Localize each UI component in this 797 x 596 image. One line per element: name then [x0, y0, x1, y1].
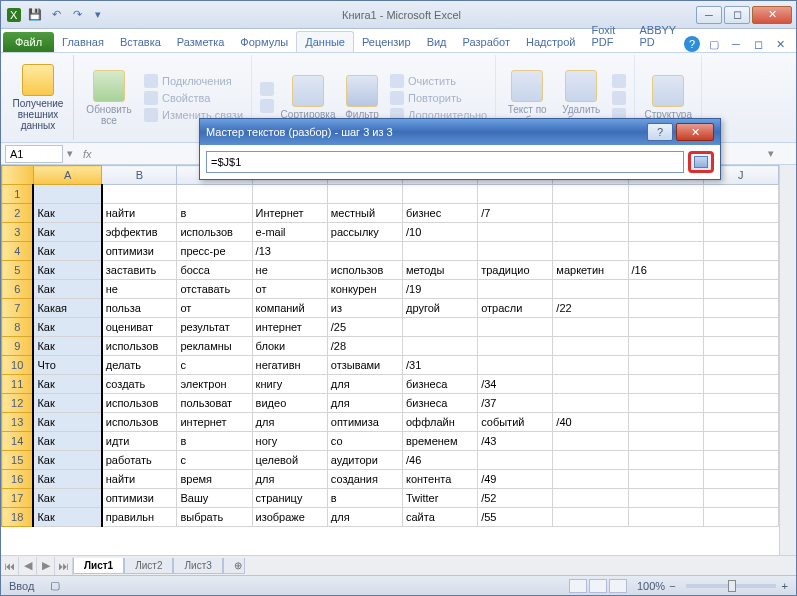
- cell-G1[interactable]: [478, 185, 553, 204]
- cell-J13[interactable]: [703, 413, 778, 432]
- cell-A9[interactable]: Как: [33, 337, 101, 356]
- cell-A8[interactable]: Как: [33, 318, 101, 337]
- cell-G18[interactable]: /55: [478, 508, 553, 527]
- properties-button[interactable]: Свойства: [142, 90, 245, 106]
- sheet-next-icon[interactable]: ▶: [37, 557, 55, 575]
- view-pagebreak-button[interactable]: [609, 579, 627, 593]
- cell-D17[interactable]: страницу: [252, 489, 327, 508]
- cell-G13[interactable]: событий: [478, 413, 553, 432]
- sheet-tab-3[interactable]: Лист3: [173, 558, 222, 574]
- sort-desc-button[interactable]: [258, 98, 276, 114]
- doc-restore-icon[interactable]: ◻: [750, 36, 766, 52]
- cell-I13[interactable]: [628, 413, 703, 432]
- cell-J4[interactable]: [703, 242, 778, 261]
- view-layout-button[interactable]: [589, 579, 607, 593]
- cell-C3[interactable]: использов: [177, 223, 252, 242]
- cell-B3[interactable]: эффектив: [102, 223, 177, 242]
- new-sheet-button[interactable]: ⊕: [223, 558, 245, 574]
- cell-F12[interactable]: бизнеса: [402, 394, 477, 413]
- cell-C6[interactable]: отставать: [177, 280, 252, 299]
- zoom-in-button[interactable]: +: [782, 580, 788, 592]
- namebox-dropdown-icon[interactable]: ▾: [63, 147, 77, 160]
- cell-A18[interactable]: Как: [33, 508, 101, 527]
- cell-F7[interactable]: другой: [402, 299, 477, 318]
- dialog-titlebar[interactable]: Мастер текстов (разбор) - шаг 3 из 3 ? ✕: [200, 119, 720, 145]
- filter-button[interactable]: Фильтр: [340, 71, 384, 124]
- tab-dev[interactable]: Разработ: [455, 32, 518, 52]
- cell-I15[interactable]: [628, 451, 703, 470]
- sheet-tab-2[interactable]: Лист2: [124, 558, 173, 574]
- sheet-prev-icon[interactable]: ◀: [19, 557, 37, 575]
- row-header-6[interactable]: 6: [2, 280, 34, 299]
- cell-I7[interactable]: [628, 299, 703, 318]
- cell-D4[interactable]: /13: [252, 242, 327, 261]
- cell-G15[interactable]: [478, 451, 553, 470]
- cell-E17[interactable]: в: [327, 489, 402, 508]
- cell-H10[interactable]: [553, 356, 628, 375]
- cell-G16[interactable]: /49: [478, 470, 553, 489]
- zoom-thumb[interactable]: [728, 580, 736, 592]
- cell-A5[interactable]: Как: [33, 261, 101, 280]
- cell-I17[interactable]: [628, 489, 703, 508]
- cell-E6[interactable]: конкурен: [327, 280, 402, 299]
- cell-F6[interactable]: /19: [402, 280, 477, 299]
- cell-A7[interactable]: Какая: [33, 299, 101, 318]
- row-header-10[interactable]: 10: [2, 356, 34, 375]
- cell-E9[interactable]: /28: [327, 337, 402, 356]
- spreadsheet-grid[interactable]: ABCDEFGHIJ12КакнайтивИнтернетместныйбизн…: [1, 165, 779, 555]
- cell-D14[interactable]: ногу: [252, 432, 327, 451]
- cell-E5[interactable]: использов: [327, 261, 402, 280]
- cell-E2[interactable]: местный: [327, 204, 402, 223]
- cell-A2[interactable]: Как: [33, 204, 101, 223]
- cell-A17[interactable]: Как: [33, 489, 101, 508]
- ribbon-min-icon[interactable]: ▢: [706, 36, 722, 52]
- cell-G8[interactable]: [478, 318, 553, 337]
- cell-D5[interactable]: не: [252, 261, 327, 280]
- column-header-B[interactable]: B: [102, 166, 177, 185]
- cell-H18[interactable]: [553, 508, 628, 527]
- cell-D6[interactable]: от: [252, 280, 327, 299]
- cell-A1[interactable]: [33, 185, 101, 204]
- cell-G3[interactable]: [478, 223, 553, 242]
- cell-A4[interactable]: Как: [33, 242, 101, 261]
- cell-B16[interactable]: найти: [102, 470, 177, 489]
- cell-E1[interactable]: [327, 185, 402, 204]
- cell-E11[interactable]: для: [327, 375, 402, 394]
- row-header-17[interactable]: 17: [2, 489, 34, 508]
- cell-E15[interactable]: аудитори: [327, 451, 402, 470]
- row-header-12[interactable]: 12: [2, 394, 34, 413]
- cell-D7[interactable]: компаний: [252, 299, 327, 318]
- cell-F1[interactable]: [402, 185, 477, 204]
- cell-F16[interactable]: контента: [402, 470, 477, 489]
- cell-J12[interactable]: [703, 394, 778, 413]
- cell-J8[interactable]: [703, 318, 778, 337]
- cell-I9[interactable]: [628, 337, 703, 356]
- dialog-collapse-button[interactable]: [688, 151, 714, 173]
- tab-layout[interactable]: Разметка: [169, 32, 233, 52]
- select-all-cell[interactable]: [2, 166, 34, 185]
- cell-B11[interactable]: создать: [102, 375, 177, 394]
- cell-H1[interactable]: [553, 185, 628, 204]
- cell-J18[interactable]: [703, 508, 778, 527]
- cell-I8[interactable]: [628, 318, 703, 337]
- redo-icon[interactable]: ↷: [68, 6, 86, 24]
- zoom-slider[interactable]: [686, 584, 776, 588]
- cell-E14[interactable]: со: [327, 432, 402, 451]
- cell-J6[interactable]: [703, 280, 778, 299]
- cell-C11[interactable]: электрон: [177, 375, 252, 394]
- cell-G12[interactable]: /37: [478, 394, 553, 413]
- row-header-14[interactable]: 14: [2, 432, 34, 451]
- cell-B4[interactable]: оптимизи: [102, 242, 177, 261]
- outline-button[interactable]: Структура: [641, 71, 695, 124]
- cell-C18[interactable]: выбрать: [177, 508, 252, 527]
- external-data-button[interactable]: Получение внешних данных: [9, 60, 67, 135]
- macro-record-icon[interactable]: ▢: [50, 579, 60, 592]
- cell-G17[interactable]: /52: [478, 489, 553, 508]
- cell-H6[interactable]: [553, 280, 628, 299]
- cell-H14[interactable]: [553, 432, 628, 451]
- cell-B6[interactable]: не: [102, 280, 177, 299]
- cell-E16[interactable]: создания: [327, 470, 402, 489]
- cell-H3[interactable]: [553, 223, 628, 242]
- cell-I11[interactable]: [628, 375, 703, 394]
- cell-H15[interactable]: [553, 451, 628, 470]
